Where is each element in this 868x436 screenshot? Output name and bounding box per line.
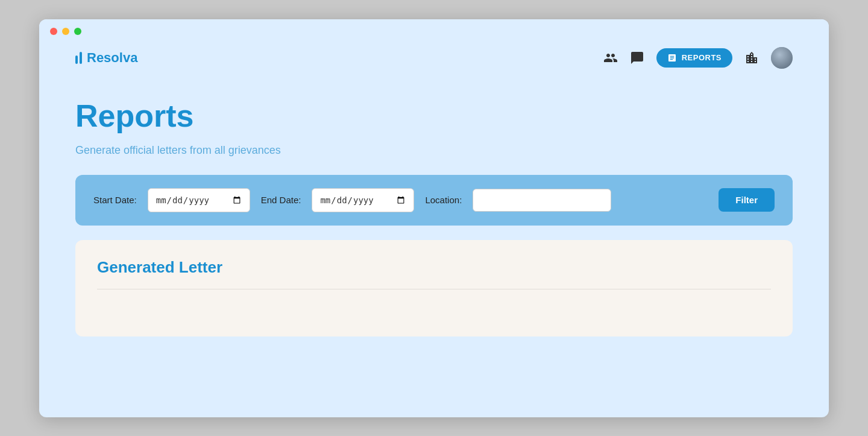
generated-letter-title: Generated Letter bbox=[97, 258, 771, 277]
avatar[interactable] bbox=[771, 47, 793, 69]
chat-icon[interactable] bbox=[630, 51, 644, 65]
reports-nav-button[interactable]: REPORTS bbox=[656, 48, 732, 68]
navbar: Resolva REPORTS bbox=[39, 41, 829, 75]
close-button[interactable] bbox=[50, 28, 57, 35]
end-date-label: End Date: bbox=[261, 195, 301, 205]
building-icon[interactable] bbox=[744, 51, 759, 65]
logo-icon bbox=[75, 52, 82, 64]
reports-btn-label: REPORTS bbox=[682, 53, 722, 62]
nav-right: REPORTS bbox=[603, 47, 793, 69]
page-subtitle: Generate official letters from all griev… bbox=[75, 144, 793, 157]
people-icon[interactable] bbox=[603, 51, 618, 65]
end-date-input[interactable] bbox=[312, 188, 414, 212]
divider bbox=[97, 289, 771, 289]
start-date-label: Start Date: bbox=[93, 195, 137, 205]
logo[interactable]: Resolva bbox=[75, 50, 137, 66]
title-bar bbox=[39, 19, 829, 41]
app-window: Resolva REPORTS bbox=[39, 19, 829, 417]
avatar-image bbox=[771, 47, 793, 69]
minimize-button[interactable] bbox=[62, 28, 69, 35]
start-date-input[interactable] bbox=[148, 188, 250, 212]
filter-bar: Start Date: End Date: Location: Filter bbox=[75, 175, 793, 226]
location-input[interactable] bbox=[473, 189, 611, 212]
page-title: Reports bbox=[75, 99, 793, 133]
location-label: Location: bbox=[425, 195, 462, 205]
logo-text: Resolva bbox=[87, 50, 137, 66]
filter-button[interactable]: Filter bbox=[719, 188, 775, 212]
maximize-button[interactable] bbox=[74, 28, 81, 35]
generated-letter-card: Generated Letter bbox=[75, 240, 793, 336]
main-content: Reports Generate official letters from a… bbox=[39, 75, 829, 361]
